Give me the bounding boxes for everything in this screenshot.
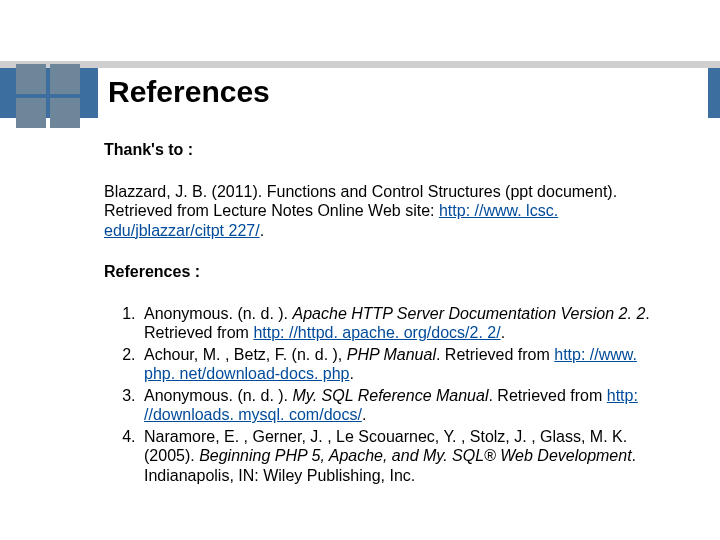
slide: References Thank's to : Blazzard, J. B. … [0, 0, 720, 540]
references-list: Anonymous. (n. d. ). Apache HTTP Server … [104, 304, 664, 486]
slide-title: References [104, 74, 278, 109]
ref-link[interactable]: http: //httpd. apache. org/docs/2. 2/ [253, 324, 500, 341]
list-item: Achour, M. , Betz, F. (n. d. ), PHP Manu… [140, 345, 664, 384]
logo-square-2 [50, 64, 80, 94]
ref-title-italic: My. SQL Reference Manual [293, 387, 489, 404]
logo-square-1 [16, 64, 46, 94]
thanks-entry: Blazzard, J. B. (2011). Functions and Co… [104, 182, 664, 241]
ref-text-post: . [501, 324, 505, 341]
thanks-text-post: . [260, 222, 264, 239]
ref-text-pre: Anonymous. (n. d. ). [144, 305, 293, 322]
header-accent-stripe [0, 61, 720, 68]
ref-text-post: . [349, 365, 353, 382]
logo-square-4 [50, 98, 80, 128]
ref-title-italic: Apache HTTP Server Documentation Version… [293, 305, 646, 322]
ref-text-mid: . Retrieved from [436, 346, 554, 363]
ref-text-post: . [362, 406, 366, 423]
list-item: Anonymous. (n. d. ). My. SQL Reference M… [140, 386, 664, 425]
ref-text-pre: Anonymous. (n. d. ). [144, 387, 293, 404]
list-item: Naramore, E. , Gerner, J. , Le Scouarnec… [140, 427, 664, 486]
references-label: References : [104, 262, 664, 282]
ref-title-italic: PHP Manual [347, 346, 436, 363]
slide-body: Thank's to : Blazzard, J. B. (2011). Fun… [104, 140, 664, 487]
thanks-label: Thank's to : [104, 140, 664, 160]
list-item: Anonymous. (n. d. ). Apache HTTP Server … [140, 304, 664, 343]
ref-text-mid: . Retrieved from [488, 387, 606, 404]
ref-title-italic: Beginning PHP 5, Apache, and My. SQL® We… [199, 447, 631, 464]
logo-square-3 [16, 98, 46, 128]
ref-text-pre: Achour, M. , Betz, F. (n. d. ), [144, 346, 347, 363]
